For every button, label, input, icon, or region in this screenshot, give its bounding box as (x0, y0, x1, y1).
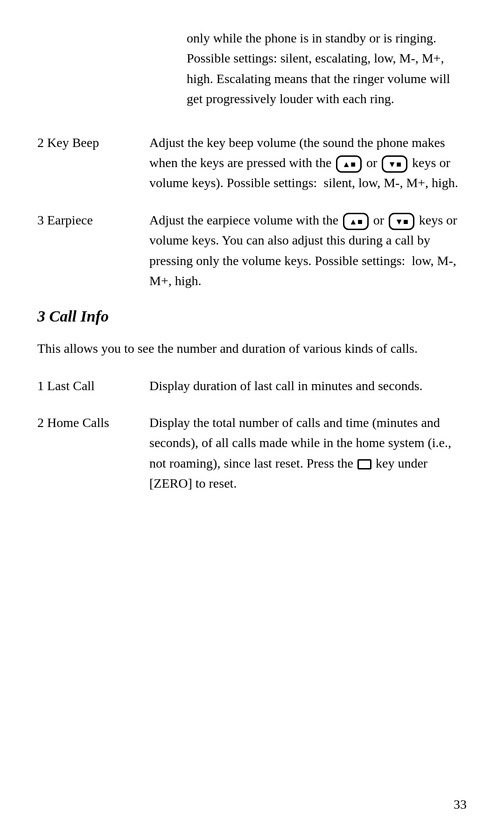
page: only while the phone is in standby or is… (0, 0, 504, 840)
key-up-icon: ▲■ (336, 155, 362, 173)
intro-content: only while the phone is in standby or is… (187, 31, 450, 106)
earpiece-content: Adjust the earpiece volume with the ▲■ o… (149, 210, 467, 291)
key-beep-content: Adjust the key beep volume (the sound th… (149, 133, 467, 193)
last-call-content: Display duration of last call in minutes… (149, 376, 467, 396)
last-call-row: 1 Last Call Display duration of last cal… (37, 376, 467, 396)
earpiece-key-up-icon: ▲■ (343, 213, 369, 230)
key-beep-row: 2 Key Beep Adjust the key beep volume (t… (37, 133, 467, 193)
home-calls-row: 2 Home Calls Display the total number of… (37, 413, 467, 494)
earpiece-key-down-icon: ▼■ (389, 213, 414, 230)
section-heading: 3 Call Info (37, 308, 467, 325)
earpiece-label: 3 Earpiece (37, 210, 149, 230)
earpiece-row: 3 Earpiece Adjust the earpiece volume wi… (37, 210, 467, 291)
home-calls-label: 2 Home Calls (37, 413, 149, 433)
key-beep-label: 2 Key Beep (37, 133, 149, 153)
key-down-icon: ▼■ (382, 155, 407, 173)
intro-text: only while the phone is in standby or is… (187, 28, 467, 109)
section-intro: This allows you to see the number and du… (37, 338, 467, 358)
last-call-label: 1 Last Call (37, 376, 149, 396)
soft-key-icon (357, 459, 371, 469)
home-calls-content: Display the total number of calls and ti… (149, 413, 467, 494)
page-number: 33 (454, 797, 467, 812)
call-info-section: 3 Call Info This allows you to see the n… (37, 308, 467, 493)
